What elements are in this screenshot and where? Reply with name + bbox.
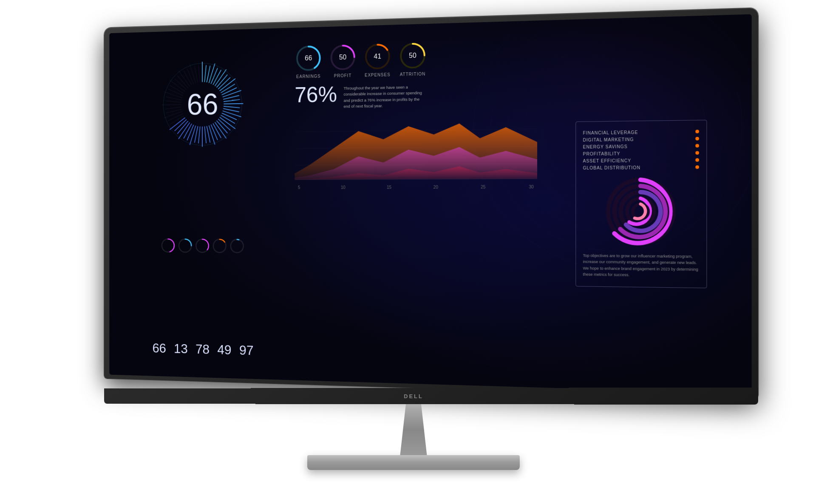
percentage-description: Throughout the year we have seen a consi… <box>344 81 427 109</box>
svg-line-52 <box>162 105 181 105</box>
stand-base <box>307 455 520 470</box>
concentric-chart <box>604 176 677 247</box>
kpi-ring-svg: 41 <box>363 42 392 71</box>
svg-line-36 <box>205 127 207 143</box>
concentric-svg <box>604 176 677 247</box>
kpi-ring-svg: 66 <box>295 44 322 73</box>
svg-text:50: 50 <box>339 53 347 61</box>
chart-label-15: 15 <box>387 185 391 190</box>
kpi-label: EXPENSES <box>365 72 391 77</box>
svg-line-56 <box>169 89 183 96</box>
middle-panel: 66EARNINGS50PROFIT41EXPENSES50ATTRITION … <box>289 34 544 375</box>
small-circles-row <box>160 237 246 254</box>
kpi-row: 66EARNINGS50PROFIT41EXPENSES50ATTRITION <box>295 38 537 79</box>
svg-text:50: 50 <box>409 51 416 59</box>
legend-item: ENERGY SAVINGS <box>583 143 699 149</box>
area-chart-svg <box>295 112 537 182</box>
kpi-ring-svg: 50 <box>398 41 427 71</box>
chart-label-5: 5 <box>298 185 300 190</box>
big-percentage: 76% <box>295 83 337 106</box>
bottom-number: 66 <box>153 340 166 356</box>
svg-line-33 <box>211 125 218 140</box>
legend-items: FINANCIAL LEVERAGEDIGITAL MARKETINGENERG… <box>583 129 699 170</box>
bottom-numbers: 6613784997 <box>153 340 254 358</box>
legend-dot <box>695 137 699 140</box>
svg-line-66 <box>198 65 200 82</box>
chart-label-30: 30 <box>529 184 533 189</box>
monitor-bezel: 66 6613784997 66EARNINGS50PROFIT41EXPENS… <box>104 8 758 399</box>
kpi-item: 41EXPENSES <box>363 42 392 77</box>
radial-gauge: 66 <box>160 58 246 150</box>
kpi-item: 66EARNINGS <box>295 44 322 79</box>
legend-item: ASSET EFFICIENCY <box>583 158 699 163</box>
legend-label: PROFITABILITY <box>583 151 620 156</box>
bottom-bezel: DELL <box>104 388 758 405</box>
small-circles-svg <box>160 237 246 254</box>
gauge-main-value: 66 <box>187 87 218 121</box>
svg-text:66: 66 <box>305 54 312 62</box>
bottom-number: 78 <box>195 342 210 357</box>
kpi-item: 50ATTRITION <box>398 41 427 77</box>
legend-label: GLOBAL DISTRIBUTION <box>583 165 640 170</box>
svg-line-53 <box>166 101 181 103</box>
legend-dot <box>695 165 699 169</box>
screen: 66 6613784997 66EARNINGS50PROFIT41EXPENS… <box>109 14 751 394</box>
chart-label-10: 10 <box>341 185 346 190</box>
monitor-wrapper: 66 6613784997 66EARNINGS50PROFIT41EXPENS… <box>74 18 753 486</box>
kpi-label: EARNINGS <box>296 74 321 79</box>
svg-line-8 <box>205 65 207 82</box>
bottom-number: 13 <box>174 341 188 357</box>
bottom-number: 97 <box>239 343 253 358</box>
legend-label: DIGITAL MARKETING <box>583 137 634 142</box>
chart-label-25: 25 <box>481 184 485 189</box>
legend-item: DIGITAL MARKETING <box>583 136 699 142</box>
right-panel: FINANCIAL LEVERAGEDIGITAL MARKETINGENERG… <box>544 28 740 380</box>
legend-label: FINANCIAL LEVERAGE <box>583 130 638 136</box>
chart-x-labels: 5 10 15 20 25 30 <box>295 183 537 190</box>
svg-point-76 <box>231 239 244 252</box>
svg-line-18 <box>222 88 237 95</box>
kpi-label: PROFIT <box>334 73 351 78</box>
info-description: Top objectives are to grow our influence… <box>583 252 699 279</box>
svg-line-38 <box>198 127 200 143</box>
legend-item: GLOBAL DISTRIBUTION <box>583 165 699 170</box>
kpi-label: ATTRITION <box>400 71 425 76</box>
bottom-number: 49 <box>217 342 231 358</box>
percentage-row: 76% Throughout the year we have seen a c… <box>295 79 537 110</box>
legend-dot <box>695 158 699 161</box>
chart-label-20: 20 <box>433 185 438 190</box>
kpi-item: 50PROFIT <box>329 43 357 79</box>
legend-item: FINANCIAL LEVERAGE <box>583 129 699 135</box>
legend-item: PROFITABILITY <box>583 150 699 156</box>
legend-label: ENERGY SAVINGS <box>583 144 628 149</box>
svg-line-63 <box>187 69 194 84</box>
kpi-ring-svg: 50 <box>329 43 357 72</box>
dashboard: 66 6613784997 66EARNINGS50PROFIT41EXPENS… <box>109 14 751 394</box>
svg-line-22 <box>224 104 243 104</box>
legend-label: ASSET EFFICIENCY <box>583 158 632 163</box>
svg-line-23 <box>224 106 240 108</box>
svg-text:41: 41 <box>374 52 381 60</box>
legend-dot <box>695 151 699 155</box>
legend-dot <box>695 130 699 133</box>
svg-line-48 <box>169 114 183 121</box>
legend-dot <box>695 144 699 147</box>
svg-line-41 <box>187 125 194 140</box>
left-panel: 66 6613784997 <box>119 40 289 368</box>
stand-neck <box>394 404 433 455</box>
svg-line-51 <box>166 107 181 109</box>
info-box: FINANCIAL LEVERAGEDIGITAL MARKETINGENERG… <box>575 120 707 289</box>
area-chart: 5 10 15 20 25 30 <box>295 112 537 370</box>
svg-line-21 <box>224 99 240 102</box>
svg-line-11 <box>211 68 218 84</box>
svg-line-26 <box>222 113 237 120</box>
dell-logo: DELL <box>404 393 423 399</box>
